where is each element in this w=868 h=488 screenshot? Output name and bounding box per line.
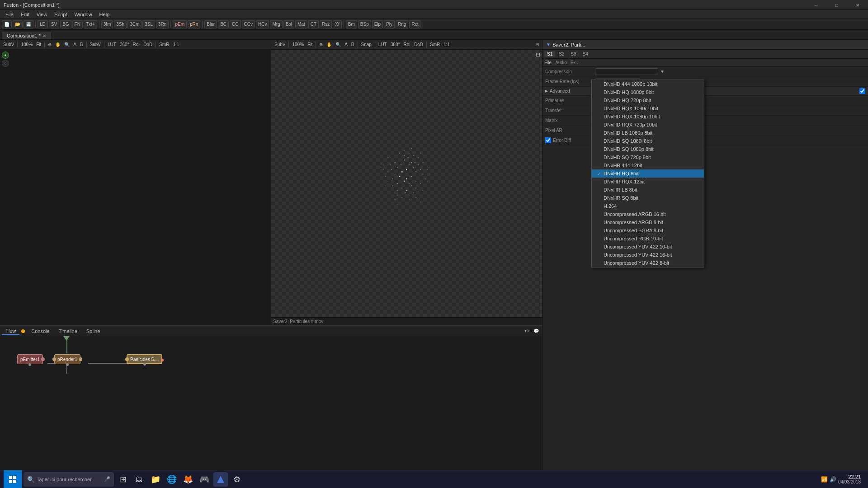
prender1-input-port[interactable] [52, 357, 56, 361]
lut-right[interactable]: LUT [377, 42, 388, 47]
tool-3rn[interactable]: 3Rn [156, 20, 169, 28]
clock-area[interactable]: 22:21 04/03/2018 [838, 474, 861, 484]
taskbar-app-5[interactable]: 🎮 [197, 472, 212, 487]
taskbar-app-2[interactable]: 📁 [148, 472, 163, 487]
menu-edit[interactable]: Edit [17, 11, 33, 18]
tool-3cm[interactable]: 3Cm [127, 20, 142, 28]
new-btn[interactable]: 📄 [2, 20, 12, 28]
codec-item-15[interactable]: H.264 [592, 202, 704, 210]
viewer-right-control[interactable]: ⊟ [536, 52, 540, 58]
codec-item-17[interactable]: Uncompressed ARGB 8-bit [592, 218, 704, 226]
taskbar-app-7[interactable]: ⚙ [230, 472, 244, 487]
pemitter1-output-port[interactable] [41, 357, 45, 361]
maximize-btn[interactable]: □ [826, 0, 847, 10]
codec-item-6[interactable]: DNxHD LB 1080p 8bit [592, 129, 704, 137]
menu-script[interactable]: Script [51, 11, 71, 18]
roi-left[interactable]: RoI [132, 42, 142, 47]
node-particules5[interactable]: Particules 5.... [127, 354, 162, 364]
advanced-checkbox[interactable] [859, 88, 865, 94]
particules5-out-port1[interactable] [161, 359, 164, 361]
fit-left[interactable]: Fit [35, 42, 42, 47]
tab-timeline[interactable]: Timeline [55, 328, 81, 335]
menu-file[interactable]: File [2, 11, 17, 18]
tool-rsz[interactable]: Rsz [320, 20, 332, 28]
hand-icon[interactable]: ✋ [54, 42, 62, 47]
volume-icon[interactable]: 🔊 [830, 476, 836, 483]
close-btn[interactable]: ✕ [847, 0, 868, 10]
ratio-left[interactable]: 1:1 [171, 42, 180, 47]
tool-bg[interactable]: BG [60, 20, 71, 28]
saver-tab-s4[interactable]: S4 [580, 51, 591, 57]
smr-left[interactable]: SmR [158, 42, 170, 47]
codec-item-5[interactable]: DNxHD HQX 720p 10bit [592, 121, 704, 129]
magnify-right-icon[interactable]: 🔍 [334, 42, 342, 47]
channel-B-icon[interactable]: B [79, 42, 85, 47]
particules5-input-port[interactable] [125, 357, 129, 361]
codec-item-3[interactable]: DNxHD HQX 1080i 10bit [592, 104, 704, 113]
fit-right[interactable]: Fit [306, 42, 314, 47]
codec-item-8[interactable]: DNxHD SQ 1080p 8bit [592, 145, 704, 153]
tab-close-icon[interactable]: ✕ [42, 33, 46, 38]
tool-3sl[interactable]: 3SL [142, 20, 155, 28]
taskbar-app-4[interactable]: 🦊 [181, 472, 195, 487]
taskbar-app-6[interactable] [213, 472, 228, 487]
taskbar-app-3[interactable]: 🌐 [165, 472, 179, 487]
node-prender1[interactable]: pRender1 [54, 354, 80, 364]
tool-bol[interactable]: Bol [283, 20, 294, 28]
tool-ld[interactable]: LD [38, 20, 48, 28]
crosshair-icon[interactable]: ⊕ [47, 42, 53, 47]
tool-hcv[interactable]: HCv [256, 20, 269, 28]
saver-tab-s3[interactable]: S3 [568, 51, 579, 57]
tool-ply[interactable]: Ply [384, 20, 395, 28]
saver-sub-tab-audio[interactable]: Audio [555, 60, 567, 65]
tool-elp[interactable]: Elp [372, 20, 383, 28]
snap-left[interactable]: SubV [89, 42, 102, 47]
tab-console[interactable]: Console [28, 328, 53, 335]
lut-left[interactable]: LUT [106, 42, 118, 47]
save-btn[interactable]: 💾 [24, 20, 33, 28]
codec-item-2[interactable]: DNxHD HQ 720p 8bit [592, 96, 704, 104]
network-icon[interactable]: 📶 [821, 476, 828, 483]
snap-right[interactable]: Snap [360, 42, 373, 47]
saver-collapse-icon[interactable]: ▼ [546, 42, 551, 47]
start-button[interactable] [4, 470, 22, 488]
saver-sub-tab-ex[interactable]: Ex... [571, 60, 580, 65]
dod-left[interactable]: DoD [142, 42, 154, 47]
tool-bsp[interactable]: BSp [358, 20, 371, 28]
codec-item-21[interactable]: Uncompressed YUV 422 16-bit [592, 251, 704, 259]
pemitter1-bottom-port[interactable] [28, 363, 31, 366]
hand-right-icon[interactable]: ✋ [325, 42, 333, 47]
flow-settings-icon[interactable]: ⚙ [524, 328, 530, 334]
viewer-icon-1[interactable]: ● [2, 52, 9, 59]
rot-right[interactable]: 360° [389, 42, 401, 47]
rot-left[interactable]: 360° [118, 42, 131, 47]
magnify-icon[interactable]: 🔍 [63, 42, 71, 47]
tool-sv[interactable]: SV [49, 20, 59, 28]
codec-item-12[interactable]: DNxHR HQX 12bit [592, 178, 704, 186]
saver-tab-s2[interactable]: S2 [556, 51, 567, 57]
dod-right[interactable]: DoD [413, 42, 425, 47]
viewer-icon-2[interactable]: ○ [2, 60, 9, 67]
tool-mrg[interactable]: Mrg [270, 20, 282, 28]
zoom-right[interactable]: 100% [291, 42, 305, 47]
codec-item-7[interactable]: DNxHD SQ 1080i 8bit [592, 137, 704, 145]
codec-item-16[interactable]: Uncompressed ARGB 16 bit [592, 210, 704, 218]
tool-txt[interactable]: Txt+ [84, 20, 97, 28]
taskbar-app-1[interactable]: 🗂 [132, 472, 146, 487]
search-bar[interactable]: 🔍 Taper ici pour rechercher 🎤 [24, 472, 114, 487]
prender1-bottom-port[interactable] [66, 363, 69, 366]
codec-item-19[interactable]: Uncompressed RGB 10-bit [592, 235, 704, 243]
subv-left[interactable]: SubV [2, 42, 15, 47]
composition-tab[interactable]: Composition1 * ✕ [2, 32, 51, 39]
tool-3lm[interactable]: 3Im [101, 20, 113, 28]
expand-btn[interactable]: ⊟ [534, 42, 540, 47]
compression-dropdown-btn[interactable]: ▼ [660, 69, 665, 74]
errordiff-checkbox[interactable] [545, 137, 551, 143]
particules5-bottom-port[interactable] [143, 363, 146, 366]
compression-input[interactable] [595, 68, 658, 75]
zoom-left[interactable]: 100% [19, 42, 34, 47]
codec-item-1[interactable]: DNxHD HQ 1080p 8bit [592, 88, 704, 96]
tool-xf[interactable]: Xf [333, 20, 341, 28]
codec-item-0[interactable]: DNxHD 444 1080p 10bit [592, 80, 704, 88]
codec-item-22[interactable]: Uncompressed YUV 422 8-bit [592, 259, 704, 267]
